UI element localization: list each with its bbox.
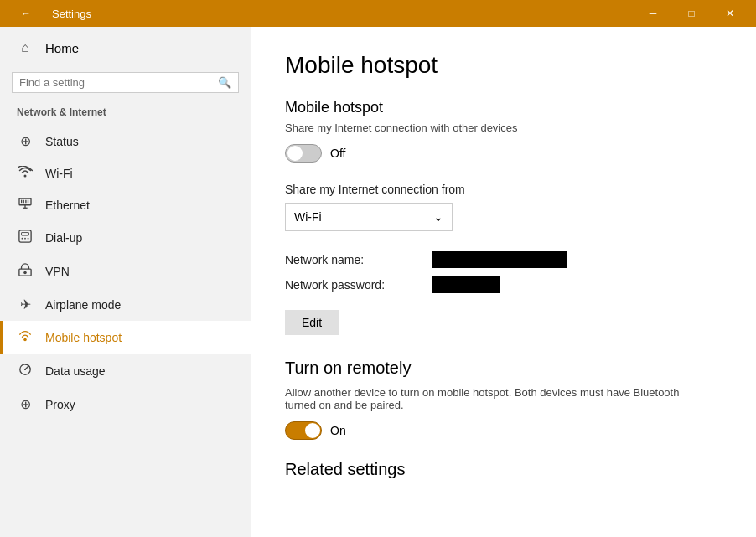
svg-point-10 — [24, 238, 26, 240]
svg-point-17 — [24, 369, 26, 370]
svg-rect-8 — [22, 233, 29, 236]
airplane-icon: ✈ — [17, 297, 34, 312]
share-from-dropdown[interactable]: Wi-Fi ⌄ — [285, 203, 453, 231]
vpn-icon — [17, 263, 34, 280]
sidebar-item-airplane[interactable]: ✈ Airplane mode — [0, 288, 251, 321]
sidebar-item-ethernet[interactable]: Ethernet — [0, 189, 251, 221]
sidebar-item-label: Dial-up — [45, 231, 82, 245]
hotspot-toggle-label: Off — [330, 147, 345, 160]
network-password-value — [432, 276, 500, 293]
page-title: Mobile hotspot — [285, 52, 722, 79]
sidebar-item-label: Mobile hotspot — [45, 331, 122, 344]
hotspot-section-title: Mobile hotspot — [285, 99, 722, 116]
remote-toggle[interactable] — [285, 421, 322, 440]
sidebar-item-label: Data usage — [45, 364, 106, 378]
edit-button[interactable]: Edit — [285, 310, 339, 335]
hotspot-toggle-row: Off — [285, 144, 722, 163]
app-title: Settings — [52, 8, 91, 20]
sidebar: ⌂ Home 🔍 Network & Internet ⊕ Status Wi-… — [0, 27, 251, 537]
sidebar-item-datausage[interactable]: Data usage — [0, 354, 251, 388]
svg-point-13 — [23, 271, 27, 275]
status-icon: ⊕ — [17, 133, 34, 149]
close-button[interactable]: ✕ — [711, 0, 749, 27]
app-body: ⌂ Home 🔍 Network & Internet ⊕ Status Wi-… — [0, 27, 756, 537]
svg-rect-7 — [19, 230, 31, 242]
hotspot-icon — [17, 329, 34, 346]
hotspot-section: Mobile hotspot Share my Internet connect… — [285, 99, 722, 163]
network-name-value — [432, 251, 567, 268]
remote-section-desc: Allow another device to turn on mobile h… — [285, 386, 687, 411]
hotspot-section-desc: Share my Internet connection with other … — [285, 121, 722, 134]
sidebar-item-label: Ethernet — [45, 199, 90, 212]
related-settings-title: Related settings — [285, 460, 722, 479]
datausage-icon — [17, 363, 34, 380]
titlebar: ← Settings ─ □ ✕ — [0, 0, 756, 27]
hotspot-toggle[interactable] — [285, 144, 322, 163]
search-icon: 🔍 — [218, 76, 231, 89]
ethernet-icon — [17, 198, 34, 213]
sidebar-item-proxy[interactable]: ⊕ Proxy — [0, 388, 251, 421]
network-name-label: Network name: — [285, 253, 419, 266]
maximize-button[interactable]: □ — [672, 0, 711, 27]
remote-section-title: Turn on remotely — [285, 359, 722, 378]
home-icon: ⌂ — [17, 40, 34, 55]
remote-toggle-label: On — [330, 424, 346, 437]
sidebar-item-label: VPN — [45, 265, 70, 278]
sidebar-item-home[interactable]: ⌂ Home — [0, 27, 251, 69]
remote-section: Turn on remotely Allow another device to… — [285, 359, 722, 440]
wifi-icon — [17, 166, 34, 181]
sidebar-item-wifi[interactable]: Wi-Fi — [0, 157, 251, 189]
toggle-knob — [305, 423, 320, 438]
svg-point-11 — [28, 238, 29, 240]
toggle-knob — [287, 146, 303, 161]
sidebar-item-hotspot[interactable]: Mobile hotspot — [0, 321, 251, 354]
sidebar-item-label: Airplane mode — [45, 298, 121, 312]
share-from-section: Share my Internet connection from Wi-Fi … — [285, 183, 722, 231]
svg-point-9 — [22, 238, 23, 240]
proxy-icon: ⊕ — [17, 396, 34, 412]
share-from-label: Share my Internet connection from — [285, 183, 722, 196]
sidebar-item-label: Wi-Fi — [45, 167, 73, 180]
minimize-button[interactable]: ─ — [634, 0, 672, 27]
window-controls: ─ □ ✕ — [634, 0, 749, 27]
sidebar-item-label: Proxy — [45, 398, 75, 411]
sidebar-item-status[interactable]: ⊕ Status — [0, 125, 251, 157]
search-input[interactable] — [19, 76, 218, 89]
network-password-label: Network password: — [285, 278, 419, 292]
main-content: Mobile hotspot Mobile hotspot Share my I… — [251, 27, 756, 537]
sidebar-item-label: Status — [45, 135, 79, 148]
svg-point-14 — [23, 338, 27, 342]
back-button[interactable]: ← — [7, 0, 45, 27]
titlebar-left: ← Settings — [7, 0, 91, 27]
home-label: Home — [45, 41, 79, 55]
chevron-down-icon: ⌄ — [433, 210, 443, 224]
remote-toggle-row: On — [285, 421, 722, 440]
dialup-icon — [17, 230, 34, 246]
sidebar-item-vpn[interactable]: VPN — [0, 255, 251, 288]
dropdown-value: Wi-Fi — [294, 210, 322, 224]
sidebar-section-title: Network & Internet — [0, 103, 251, 125]
network-info: Network name: Network password: — [285, 251, 722, 293]
search-box[interactable]: 🔍 — [12, 72, 239, 93]
sidebar-item-dialup[interactable]: Dial-up — [0, 221, 251, 255]
